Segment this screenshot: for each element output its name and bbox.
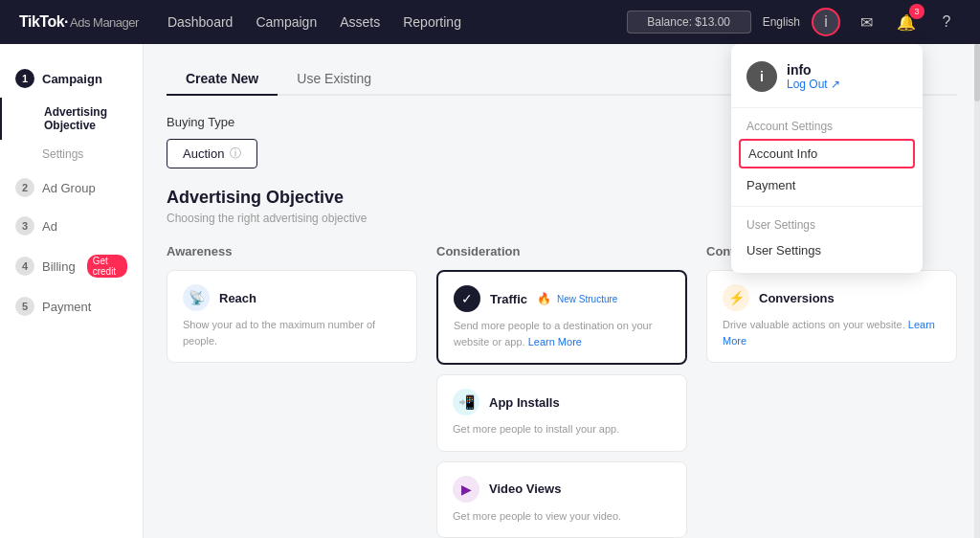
topnav-links: Dashboard Campaign Assets Reporting bbox=[167, 11, 627, 34]
account-info-item[interactable]: Account Info bbox=[739, 139, 915, 168]
consideration-title: Consideration bbox=[436, 244, 687, 258]
sidebar-sub-advertising-objective[interactable]: Advertising Objective bbox=[0, 98, 143, 140]
dropdown-header: i info Log Out ↗ bbox=[731, 52, 923, 101]
step-3-number: 3 bbox=[15, 216, 34, 235]
user-dropdown: i info Log Out ↗ Account Settings Accoun… bbox=[731, 44, 923, 273]
logout-arrow-icon: ↗ bbox=[831, 78, 840, 91]
topnav-right: Balance: $13.00 English i ✉ 🔔 3 ? bbox=[627, 8, 961, 36]
auction-button[interactable]: Auction ⓘ bbox=[167, 139, 257, 168]
conversions-learn-more[interactable]: Learn More bbox=[723, 319, 935, 347]
awareness-title: Awareness bbox=[167, 244, 417, 258]
video-views-desc: Get more people to view your video. bbox=[453, 508, 671, 525]
dropdown-divider-2 bbox=[731, 206, 923, 207]
reach-name: Reach bbox=[219, 291, 256, 305]
traffic-icon: ✓ bbox=[454, 285, 480, 312]
reach-card-header: 📡 Reach bbox=[183, 284, 401, 311]
app-installs-header: 📲 App Installs bbox=[453, 389, 671, 415]
step-2-number: 2 bbox=[15, 178, 34, 197]
step-5-number: 5 bbox=[15, 297, 34, 316]
app-installs-desc: Get more people to install your app. bbox=[453, 421, 671, 437]
sidebar-label-billing: Billing bbox=[42, 259, 76, 274]
traffic-name: Traffic 🔥 New Structure bbox=[490, 292, 617, 306]
sidebar: 1 Campaign Advertising Objective Setting… bbox=[0, 44, 144, 538]
nav-link-campaign[interactable]: Campaign bbox=[256, 11, 317, 34]
conversions-name: Conversions bbox=[759, 291, 835, 305]
nav-link-dashboard[interactable]: Dashboard bbox=[167, 11, 234, 34]
consideration-column: Consideration ✓ Traffic 🔥 New Structure … bbox=[436, 244, 687, 538]
video-views-header: ▶ Video Views bbox=[453, 476, 671, 503]
nav-link-assets[interactable]: Assets bbox=[340, 11, 380, 34]
objective-columns: Awareness 📡 Reach Show your ad to the ma… bbox=[167, 244, 957, 538]
mail-icon: ✉ bbox=[860, 13, 873, 32]
sidebar-sub-settings[interactable]: Settings bbox=[0, 140, 143, 168]
sidebar-item-payment[interactable]: 5 Payment bbox=[0, 287, 143, 325]
conversion-column: Conversion ⚡ Conversions Drive valuable … bbox=[706, 244, 957, 538]
sidebar-item-adgroup[interactable]: 2 Ad Group bbox=[0, 168, 143, 207]
reach-card[interactable]: 📡 Reach Show your ad to the maximum numb… bbox=[167, 270, 417, 363]
dropdown-avatar: i bbox=[746, 61, 777, 92]
tab-create-new[interactable]: Create New bbox=[167, 63, 278, 96]
conversions-header: ⚡ Conversions bbox=[723, 284, 941, 311]
video-views-icon: ▶ bbox=[453, 476, 479, 503]
logo-ads: Ads Manager bbox=[70, 15, 139, 30]
scrollbar-track bbox=[974, 44, 980, 538]
help-button[interactable]: ? bbox=[932, 8, 961, 36]
sidebar-item-ad[interactable]: 3 Ad bbox=[0, 207, 143, 245]
payment-item[interactable]: Payment bbox=[731, 170, 923, 200]
auction-label: Auction bbox=[183, 146, 224, 161]
dropdown-divider-1 bbox=[731, 107, 923, 108]
info-icon: ⓘ bbox=[230, 146, 241, 162]
sidebar-label-payment: Payment bbox=[42, 300, 91, 314]
step-4-number: 4 bbox=[15, 257, 34, 276]
sidebar-item-campaign[interactable]: 1 Campaign bbox=[0, 59, 143, 98]
help-icon: ? bbox=[943, 13, 951, 31]
sidebar-item-billing[interactable]: 4 Billing Get credit bbox=[0, 245, 143, 287]
notifications-button[interactable]: ✉ bbox=[852, 8, 880, 36]
step-1-number: 1 bbox=[15, 69, 34, 88]
logout-label: Log Out bbox=[787, 78, 828, 91]
language-selector[interactable]: English bbox=[763, 15, 800, 29]
user-initial: i bbox=[824, 13, 828, 31]
conversions-icon: ⚡ bbox=[723, 284, 749, 311]
sidebar-label-adgroup: Ad Group bbox=[42, 181, 96, 195]
reach-icon: 📡 bbox=[183, 284, 210, 311]
nav-link-reporting[interactable]: Reporting bbox=[403, 11, 461, 34]
traffic-desc: Send more people to a destination on you… bbox=[454, 318, 670, 349]
app-installs-icon: 📲 bbox=[453, 389, 479, 415]
logo-dot: · bbox=[64, 13, 68, 31]
user-settings-title: User Settings bbox=[731, 213, 923, 235]
dropdown-user-info: info Log Out ↗ bbox=[787, 62, 840, 91]
balance-button[interactable]: Balance: $13.00 bbox=[627, 11, 751, 34]
billing-credit-badge: Get credit bbox=[87, 255, 127, 278]
conversions-desc: Drive valuable actions on your website. … bbox=[723, 317, 941, 348]
notification-badge: 3 bbox=[909, 4, 924, 19]
sidebar-label-campaign: Campaign bbox=[42, 72, 102, 86]
video-views-name: Video Views bbox=[489, 482, 561, 496]
awareness-column: Awareness 📡 Reach Show your ad to the ma… bbox=[167, 244, 417, 538]
account-settings-title: Account Settings bbox=[731, 114, 923, 137]
traffic-learn-more[interactable]: Learn More bbox=[528, 336, 582, 347]
conversions-card[interactable]: ⚡ Conversions Drive valuable actions on … bbox=[706, 270, 957, 363]
traffic-new-badge: New Structure bbox=[557, 294, 617, 304]
app-installs-card[interactable]: 📲 App Installs Get more people to instal… bbox=[436, 374, 687, 452]
video-views-card[interactable]: ▶ Video Views Get more people to view yo… bbox=[436, 461, 687, 539]
user-settings-item[interactable]: User Settings bbox=[731, 235, 923, 265]
sidebar-label-ad: Ad bbox=[42, 219, 57, 234]
app-installs-name: App Installs bbox=[489, 395, 560, 410]
traffic-card[interactable]: ✓ Traffic 🔥 New Structure Send more peop… bbox=[436, 270, 687, 365]
user-avatar-button[interactable]: i bbox=[812, 8, 840, 36]
tab-use-existing[interactable]: Use Existing bbox=[278, 63, 390, 96]
scrollbar-thumb[interactable] bbox=[974, 44, 980, 101]
logo-tiktok: TikTok bbox=[19, 13, 64, 31]
traffic-card-header: ✓ Traffic 🔥 New Structure bbox=[454, 285, 670, 312]
bell-button[interactable]: 🔔 3 bbox=[892, 8, 921, 36]
dropdown-user-name: info bbox=[787, 62, 840, 78]
topnav: TikTok·Ads Manager Dashboard Campaign As… bbox=[0, 0, 980, 44]
reach-desc: Show your ad to the maximum number of pe… bbox=[183, 317, 401, 348]
app-logo: TikTok·Ads Manager bbox=[19, 13, 139, 31]
logout-button[interactable]: Log Out ↗ bbox=[787, 78, 840, 91]
